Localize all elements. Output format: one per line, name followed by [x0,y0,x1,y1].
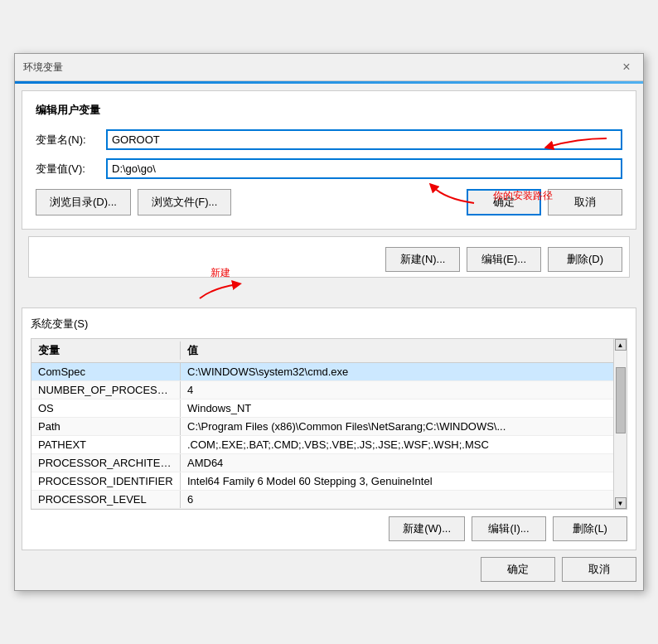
system-vars-table: 变量 值 ComSpecC:\WINDOWS\system32\cmd.exeN… [31,338,627,510]
user-delete-button[interactable]: 删除(D) [548,247,622,272]
new-annotation-container: 新建 [196,266,245,301]
table-body: ComSpecC:\WINDOWS\system32\cmd.exeNUMBER… [31,363,613,509]
table-row[interactable]: PROCESSOR_LEVEL6 [31,491,613,509]
table-cell-val: .COM;.EXE;.BAT;.CMD;.VBS;.VBE;.JS;.JSE;.… [181,436,613,453]
sys-edit-button[interactable]: 编辑(I)... [472,516,546,541]
edit-user-variable-section: 编辑用户变量 变量名(N): 变量值(V): 你的安装路径 [22,90,636,230]
user-var-controls-wrapper: 新建(N)... 编辑(E)... 删除(D) 新建 [22,236,636,278]
scrollbar-track [616,351,626,497]
close-button[interactable]: × [618,59,635,75]
goroot-arrow-container [544,134,611,162]
environment-variables-dialog: 环境变量 × 编辑用户变量 变量名(N): 变量值(V): [14,53,644,591]
table-cell-var: PROCESSOR_ARCHITECTURE [31,454,181,472]
table-row[interactable]: ComSpecC:\WINDOWS\system32\cmd.exe [31,363,613,381]
scrollbar-thumb[interactable] [616,367,626,433]
table-cell-var: Path [31,418,181,435]
sys-new-button[interactable]: 新建(W)... [389,516,465,541]
top-cancel-button[interactable]: 取消 [548,189,622,215]
col-header-val: 值 [181,341,613,360]
table-row[interactable]: OSWindows_NT [31,399,613,418]
user-var-list-area: 新建(N)... 编辑(E)... 删除(D) [28,236,630,278]
section-header-user: 编辑用户变量 [36,103,622,118]
title-bar: 环境变量 × [15,54,643,81]
var-name-label: 变量名(N): [36,133,106,148]
browse-file-button[interactable]: 浏览文件(F)... [138,189,231,215]
table-row[interactable]: PROCESSOR_ARCHITECTUREAMD64 [31,454,613,472]
browse-dir-button[interactable]: 浏览目录(D)... [36,189,131,215]
table-cell-val: Intel64 Family 6 Model 60 Stepping 3, Ge… [181,472,613,490]
table-cell-var: PROCESSOR_IDENTIFIER [31,472,181,490]
table-cell-var: PATHEXT [31,436,181,453]
var-value-label: 变量值(V): [36,162,106,177]
new-annotation-text: 新建 [210,266,230,280]
sys-delete-button[interactable]: 删除(L) [553,516,627,541]
path-arrow-icon [428,182,478,207]
table-cell-var: NUMBER_OF_PROCESSORS [31,381,181,399]
table-cell-var: ComSpec [31,363,181,380]
table-row[interactable]: NUMBER_OF_PROCESSORS4 [31,381,613,399]
footer-ok-button[interactable]: 确定 [481,557,555,582]
footer-cancel-button[interactable]: 取消 [562,557,636,582]
table-cell-val: 6 [181,491,613,508]
dialog-title: 环境变量 [23,61,63,75]
table-header-row: 变量 值 [31,339,613,363]
system-vars-header: 系统变量(S) [31,317,627,332]
user-var-action-buttons: 新建(N)... 编辑(E)... 删除(D) [36,247,622,272]
var-value-row: 变量值(V): [36,158,622,179]
table-row[interactable]: PROCESSOR_IDENTIFIERIntel64 Family 6 Mod… [31,472,613,491]
goroot-arrow-icon [544,134,611,159]
table-cell-val: Windows_NT [181,399,613,417]
col-header-var: 变量 [31,341,181,360]
new-arrow-icon [196,280,245,301]
table-row[interactable]: PathC:\Program Files (x86)\Common Files\… [31,418,613,436]
footer-buttons: 确定 取消 [22,557,636,582]
table-row[interactable]: PATHEXT.COM;.EXE;.BAT;.CMD;.VBS;.VBE;.JS… [31,436,613,454]
scroll-down-arrow[interactable]: ▼ [615,497,627,509]
path-annotation-text: 你的安装路径 [493,189,553,203]
user-edit-button[interactable]: 编辑(E)... [467,247,541,272]
table-cell-val: C:\WINDOWS\system32\cmd.exe [181,363,613,380]
table-cell-var: PROCESSOR_LEVEL [31,491,181,508]
table-cell-var: OS [31,399,181,417]
var-name-row: 变量名(N): [36,129,622,150]
scrollbar[interactable]: ▲ ▼ [613,339,627,509]
system-var-buttons: 新建(W)... 编辑(I)... 删除(L) [31,516,627,541]
table-cell-val: AMD64 [181,454,613,472]
scroll-up-arrow[interactable]: ▲ [615,339,627,351]
system-variables-section: 系统变量(S) 变量 值 ComSpecC:\WINDOWS\system32\… [22,307,636,550]
table-cell-val: C:\Program Files (x86)\Common Files\NetS… [181,418,613,435]
user-new-button[interactable]: 新建(N)... [385,247,460,272]
table-cell-val: 4 [181,381,613,399]
